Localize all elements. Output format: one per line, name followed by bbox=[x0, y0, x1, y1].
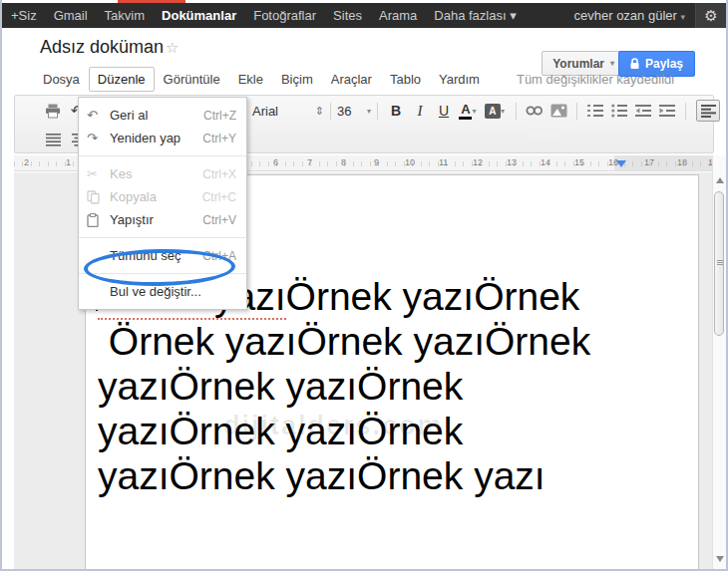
nav-documents[interactable]: Dokümanlar bbox=[162, 8, 236, 23]
menu-bicim[interactable]: Biçim bbox=[272, 67, 322, 92]
menu-item-label: Geri al bbox=[110, 108, 203, 123]
format-controls: Arial ⇕ 36 ▾ B I U A ▾ A ▾ bbox=[252, 100, 720, 122]
settings-button[interactable]: ⚙ bbox=[695, 3, 726, 28]
bulleted-list-button[interactable] bbox=[607, 100, 631, 122]
insert-image-button[interactable] bbox=[546, 100, 570, 122]
highlight-color-button[interactable]: A ▾ bbox=[480, 100, 510, 122]
nav-sites[interactable]: Sites bbox=[333, 8, 362, 23]
printer-icon bbox=[45, 104, 61, 119]
toolbar-separator bbox=[330, 103, 331, 120]
numbered-list-button[interactable] bbox=[583, 100, 607, 122]
text-span: Örnek yazıÖrnek bbox=[286, 275, 580, 318]
gear-icon: ⚙ bbox=[704, 7, 717, 25]
ruler-label: 2 bbox=[22, 157, 31, 167]
menu-item-label: Yapıştır bbox=[110, 212, 202, 227]
nav-gmail[interactable]: Gmail bbox=[54, 8, 88, 23]
menu-duzenle[interactable]: Düzenle bbox=[89, 67, 155, 92]
menu-item-label: Kopyala bbox=[110, 189, 202, 204]
chevron-down-icon: ▾ bbox=[680, 12, 685, 22]
ruler-label: 18 bbox=[675, 157, 689, 167]
paste-icon bbox=[87, 213, 110, 227]
menu-item-shortcut: Ctrl+X bbox=[202, 167, 236, 181]
highlight-icon: A bbox=[485, 104, 501, 119]
nav-photos[interactable]: Fotoğraflar bbox=[253, 8, 316, 23]
ruler-label: 15 bbox=[572, 157, 586, 167]
align-left-icon bbox=[701, 105, 716, 118]
active-service-indicator bbox=[118, 0, 185, 3]
font-size-select[interactable]: 36 ▾ bbox=[337, 104, 371, 119]
scroll-up-arrow-icon[interactable] bbox=[716, 177, 724, 183]
menu-goruntule[interactable]: Görüntüle bbox=[155, 67, 229, 92]
ruler-label: 10 bbox=[403, 157, 417, 167]
scissors-icon: ✂ bbox=[87, 166, 110, 181]
text-color-button[interactable]: A ▾ bbox=[456, 100, 480, 122]
menu-item-shortcut: Ctrl+V bbox=[202, 213, 236, 227]
link-icon bbox=[526, 105, 544, 117]
outdent-icon bbox=[635, 104, 651, 118]
google-bar-links: +Siz Gmail Takvim Dokümanlar Fotoğraflar… bbox=[2, 8, 517, 23]
increase-indent-button[interactable] bbox=[655, 100, 679, 122]
menu-tablo[interactable]: Tablo bbox=[381, 67, 430, 92]
underline-button[interactable]: U bbox=[432, 100, 456, 122]
ruler-label: 17 bbox=[642, 157, 656, 167]
bold-button[interactable]: B bbox=[384, 100, 408, 122]
image-icon bbox=[550, 104, 567, 118]
menu-item-shortcut: Ctrl+Y bbox=[202, 132, 236, 145]
menu-item-shortcut: Ctrl+C bbox=[202, 190, 236, 204]
ruler-label: 6 bbox=[271, 157, 280, 167]
ruler-label: 11 bbox=[437, 157, 450, 167]
font-family-select[interactable]: Arial ⇕ bbox=[252, 104, 324, 119]
document-title[interactable]: Adsız doküman bbox=[40, 37, 164, 58]
menu-dosya[interactable]: Dosya bbox=[34, 67, 89, 92]
align-left-button[interactable] bbox=[696, 100, 720, 122]
updown-icon: ⇕ bbox=[315, 105, 324, 118]
menu-separator bbox=[79, 237, 246, 238]
scrollbar-thumb[interactable] bbox=[714, 191, 724, 336]
menu-item-paste[interactable]: Yapıştır Ctrl+V bbox=[79, 208, 246, 231]
account-menu[interactable]: cevher ozan güler ▾ bbox=[574, 8, 696, 23]
menu-item-label: Yeniden yap bbox=[110, 131, 202, 145]
italic-button[interactable]: I bbox=[408, 100, 432, 122]
undo-icon: ↶ bbox=[87, 108, 110, 123]
google-bar-right: cevher ozan güler ▾ ⚙ bbox=[574, 3, 727, 28]
copy-icon bbox=[87, 190, 110, 204]
indent-icon bbox=[659, 104, 675, 118]
line-spacing-button[interactable] bbox=[41, 129, 65, 150]
nav-more[interactable]: Daha fazlası ▾ bbox=[434, 8, 516, 23]
ruler-label: 9 bbox=[372, 157, 381, 167]
menubar: Dosya Düzenle Görüntüle Ekle Biçim Araçl… bbox=[34, 67, 674, 92]
ruler-label: 13 bbox=[505, 157, 519, 167]
app-window: +Siz Gmail Takvim Dokümanlar Fotoğraflar… bbox=[0, 0, 728, 571]
ruler-label: 8 bbox=[339, 157, 348, 167]
decrease-indent-button[interactable] bbox=[631, 100, 655, 122]
window-border bbox=[0, 0, 2, 571]
scroll-down-arrow-icon[interactable] bbox=[716, 556, 724, 562]
right-margin-marker[interactable] bbox=[616, 160, 626, 167]
menu-item-label: Bul ve değiştir... bbox=[110, 284, 236, 299]
nav-plus-you[interactable]: +Siz bbox=[11, 8, 37, 23]
justify-lines-icon bbox=[46, 134, 61, 146]
ruler-label: 1 bbox=[64, 157, 73, 167]
nav-more-label: Daha fazlası bbox=[434, 8, 506, 23]
menu-item-copy: Kopyala Ctrl+C bbox=[79, 185, 246, 208]
star-icon[interactable]: ☆ bbox=[166, 39, 179, 57]
toolbar-separator bbox=[685, 103, 686, 120]
menu-araclar[interactable]: Araçlar bbox=[322, 67, 381, 92]
save-status: Tüm değişiklikler kaydedildi bbox=[517, 72, 674, 87]
chevron-down-icon: ▾ bbox=[501, 107, 505, 116]
menu-separator bbox=[79, 155, 246, 156]
toolbar-separator bbox=[576, 103, 577, 120]
numbered-list-icon bbox=[587, 104, 603, 118]
text-line: yazıÖrnek yazıÖrnek bbox=[98, 364, 590, 409]
menu-ekle[interactable]: Ekle bbox=[229, 67, 272, 92]
menu-yardim[interactable]: Yardım bbox=[430, 67, 489, 92]
vertical-scrollbar[interactable] bbox=[712, 155, 726, 569]
scrollbar-grip bbox=[717, 260, 723, 261]
menu-item-undo[interactable]: ↶ Geri al Ctrl+Z bbox=[79, 104, 246, 127]
menu-item-cut: ✂ Kes Ctrl+X bbox=[79, 162, 246, 185]
insert-link-button[interactable] bbox=[523, 100, 546, 122]
nav-calendar[interactable]: Takvim bbox=[105, 8, 145, 23]
nav-search[interactable]: Arama bbox=[379, 8, 417, 23]
print-button[interactable] bbox=[41, 100, 65, 122]
menu-item-redo[interactable]: ↷ Yeniden yap Ctrl+Y bbox=[79, 127, 246, 149]
